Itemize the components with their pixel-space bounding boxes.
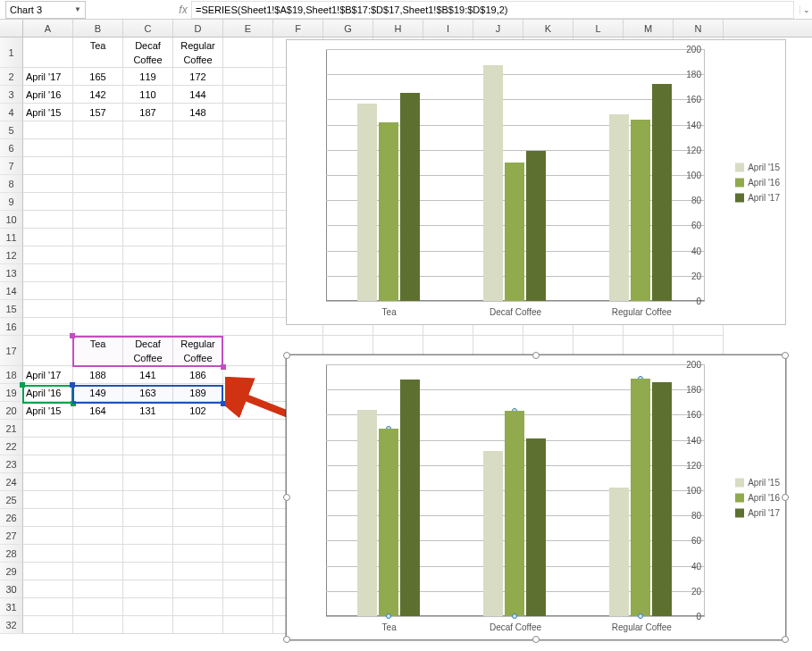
cell[interactable]: 157 — [73, 104, 123, 121]
cell[interactable] — [23, 598, 73, 616]
cell[interactable] — [23, 193, 73, 211]
cell[interactable] — [223, 68, 273, 86]
row-header[interactable]: 16 — [0, 318, 23, 336]
cell[interactable] — [223, 366, 273, 384]
cell[interactable] — [223, 264, 273, 282]
row-header[interactable]: 1 — [0, 38, 23, 68]
chart-bar[interactable] — [400, 380, 420, 616]
chart-bar[interactable] — [400, 93, 420, 301]
row-header[interactable]: 11 — [0, 229, 23, 246]
cell[interactable] — [123, 318, 173, 336]
chart-bar[interactable] — [379, 122, 398, 301]
cell[interactable] — [123, 455, 173, 473]
cell[interactable] — [23, 300, 73, 318]
row-header[interactable]: 6 — [0, 139, 23, 157]
cell[interactable] — [173, 545, 223, 563]
cell[interactable] — [23, 139, 73, 157]
cell[interactable] — [23, 336, 73, 366]
cell[interactable] — [223, 455, 273, 473]
cell[interactable] — [173, 318, 223, 336]
cell[interactable] — [223, 211, 273, 229]
column-header[interactable]: L — [573, 20, 624, 37]
cell[interactable] — [173, 420, 223, 438]
chart-bar[interactable] — [483, 65, 503, 301]
cell[interactable] — [73, 139, 123, 157]
cell[interactable] — [73, 229, 123, 246]
column-header[interactable]: E — [223, 20, 273, 37]
cell[interactable]: 144 — [173, 86, 223, 104]
chart-bar[interactable] — [526, 151, 546, 301]
cell[interactable] — [73, 491, 123, 509]
cell[interactable] — [223, 616, 273, 634]
chart-bar[interactable] — [357, 104, 377, 301]
cell[interactable] — [73, 264, 123, 282]
column-header[interactable]: M — [624, 20, 674, 37]
column-header[interactable]: B — [73, 20, 123, 37]
cell[interactable] — [73, 318, 123, 336]
cell[interactable] — [223, 246, 273, 264]
cell[interactable]: 142 — [73, 86, 123, 104]
row-header[interactable]: 31 — [0, 598, 23, 616]
cell[interactable]: 164 — [73, 402, 123, 420]
cell[interactable] — [23, 246, 73, 264]
cell[interactable] — [173, 616, 223, 634]
cell[interactable]: Regular Coffee — [173, 38, 223, 68]
cell[interactable] — [173, 175, 223, 193]
column-header[interactable]: H — [373, 20, 423, 37]
cell[interactable]: 119 — [123, 68, 173, 86]
cell[interactable] — [123, 121, 173, 139]
column-header[interactable]: K — [523, 20, 573, 37]
expand-formula-icon[interactable]: ⌄ — [799, 5, 812, 14]
cell[interactable] — [73, 545, 123, 563]
cell[interactable] — [73, 282, 123, 300]
cell[interactable]: 149 — [73, 384, 123, 402]
row-header[interactable]: 14 — [0, 282, 23, 300]
cell[interactable] — [73, 438, 123, 455]
cell[interactable] — [123, 527, 173, 545]
cell[interactable] — [123, 229, 173, 246]
cell[interactable] — [173, 527, 223, 545]
cell[interactable] — [223, 384, 273, 402]
cell[interactable] — [223, 527, 273, 545]
cell[interactable] — [123, 616, 173, 634]
column-header[interactable]: G — [323, 20, 373, 37]
cell[interactable] — [123, 491, 173, 509]
cell[interactable] — [123, 246, 173, 264]
range-handle[interactable] — [70, 382, 75, 388]
chart-1[interactable]: 020406080100120140160180200TeaDecaf Coff… — [286, 39, 786, 325]
cell[interactable] — [173, 139, 223, 157]
cell[interactable] — [23, 175, 73, 193]
cell[interactable] — [173, 300, 223, 318]
cell[interactable] — [223, 545, 273, 563]
cell[interactable]: April '17 — [23, 68, 73, 86]
cell[interactable]: 187 — [123, 104, 173, 121]
cell[interactable]: Decaf Coffee — [123, 336, 173, 366]
cell[interactable] — [73, 473, 123, 491]
cell[interactable] — [173, 491, 223, 509]
cell[interactable]: 172 — [173, 68, 223, 86]
cell[interactable] — [223, 175, 273, 193]
cell[interactable] — [223, 139, 273, 157]
cell[interactable] — [123, 509, 173, 527]
cell[interactable] — [23, 563, 73, 580]
cell[interactable] — [173, 598, 223, 616]
cell[interactable] — [223, 104, 273, 121]
cell[interactable] — [173, 193, 223, 211]
cell[interactable] — [73, 121, 123, 139]
cell[interactable] — [123, 545, 173, 563]
column-header[interactable]: J — [473, 20, 523, 37]
row-header[interactable]: 29 — [0, 563, 23, 580]
cell[interactable] — [223, 121, 273, 139]
cell[interactable] — [173, 438, 223, 455]
row-header[interactable]: 10 — [0, 211, 23, 229]
cell[interactable] — [173, 509, 223, 527]
resize-handle[interactable] — [283, 352, 290, 359]
row-header[interactable]: 15 — [0, 300, 23, 318]
fx-icon[interactable]: fx — [175, 4, 191, 16]
cell[interactable] — [223, 420, 273, 438]
row-header[interactable]: 27 — [0, 527, 23, 545]
column-header[interactable]: I — [423, 20, 473, 37]
cell[interactable]: 148 — [173, 104, 223, 121]
cell[interactable] — [73, 420, 123, 438]
cell[interactable] — [173, 229, 223, 246]
